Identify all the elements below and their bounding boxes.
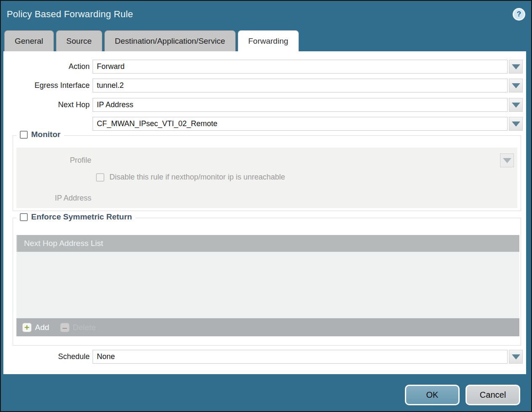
egress-interface-label: Egress Interface	[3, 79, 90, 92]
monitor-ip-address-label: IP Address	[16, 191, 91, 205]
schedule-dropdown-button[interactable]	[509, 350, 523, 364]
monitor-ip-address-row: IP Address	[16, 191, 517, 205]
next-hop-address-row: CF_MWAN_IPsec_VTI_02_Remote	[3, 117, 526, 131]
monitor-disabled-panel: Profile Disable this rule if nexthop/mon…	[16, 148, 517, 208]
next-hop-label: Next Hop	[3, 98, 90, 112]
next-hop-address-list-table: Next Hop Address List + Add – Delete	[16, 235, 519, 336]
monitor-section: Monitor Profile Disable this rule if nex…	[13, 135, 521, 211]
action-row: Action Forward	[3, 60, 526, 74]
schedule-row: Schedule None	[3, 350, 526, 364]
add-button-label: Add	[35, 323, 49, 332]
delete-button-label: Delete	[73, 323, 96, 332]
disable-rule-checkbox	[96, 173, 104, 182]
schedule-select[interactable]: None	[93, 350, 508, 364]
chevron-down-icon	[503, 158, 511, 163]
tab-forwarding[interactable]: Forwarding	[238, 30, 299, 51]
monitor-legend-label: Monitor	[31, 130, 61, 139]
policy-based-forwarding-dialog: Policy Based Forwarding Rule ? General S…	[0, 0, 532, 412]
minus-icon: –	[60, 323, 69, 332]
enforce-legend-label: Enforce Symmetric Return	[31, 212, 132, 222]
egress-interface-dropdown-button[interactable]	[509, 79, 523, 92]
disable-rule-label: Disable this rule if nexthop/monitor ip …	[109, 173, 285, 182]
add-button[interactable]: + Add	[22, 323, 49, 332]
profile-label: Profile	[16, 153, 91, 167]
enforce-symmetric-return-section: Enforce Symmetric Return Next Hop Addres…	[13, 218, 521, 346]
ok-button[interactable]: OK	[405, 385, 460, 405]
forwarding-tab-panel: Action Forward Egress Interface tunnel.2…	[3, 51, 526, 374]
chevron-down-icon	[512, 121, 520, 127]
tab-general[interactable]: General	[4, 30, 54, 51]
next-hop-type-select[interactable]: IP Address	[93, 98, 508, 112]
next-hop-dropdown-button[interactable]	[509, 98, 523, 112]
egress-interface-select[interactable]: tunnel.2	[93, 79, 508, 92]
disable-rule-row: Disable this rule if nexthop/monitor ip …	[96, 173, 285, 182]
monitor-checkbox[interactable]	[20, 131, 28, 139]
next-hop-address-list-body[interactable]	[16, 252, 519, 318]
cancel-button[interactable]: Cancel	[466, 385, 520, 405]
next-hop-address-list-toolbar: + Add – Delete	[16, 318, 519, 336]
tab-source[interactable]: Source	[56, 30, 102, 51]
chevron-down-icon	[512, 103, 520, 108]
next-hop-row: Next Hop IP Address	[3, 98, 526, 112]
action-label: Action	[3, 60, 90, 74]
chevron-down-icon	[512, 83, 520, 88]
egress-interface-row: Egress Interface tunnel.2	[3, 79, 526, 92]
help-icon[interactable]: ?	[513, 8, 525, 21]
tab-destination-application-service[interactable]: Destination/Application/Service	[104, 30, 236, 51]
chevron-down-icon	[512, 354, 520, 359]
schedule-label: Schedule	[3, 350, 90, 364]
plus-icon: +	[22, 323, 32, 332]
profile-row: Profile	[16, 153, 517, 167]
enforce-symmetric-return-checkbox[interactable]	[20, 213, 28, 221]
tab-bar: General Source Destination/Application/S…	[4, 30, 299, 51]
delete-button: – Delete	[60, 323, 96, 332]
profile-dropdown-button	[500, 153, 514, 167]
next-hop-address-select[interactable]: CF_MWAN_IPsec_VTI_02_Remote	[93, 117, 508, 131]
chevron-down-icon	[512, 64, 520, 69]
action-dropdown-button[interactable]	[509, 60, 523, 74]
enforce-legend: Enforce Symmetric Return	[16, 212, 136, 222]
next-hop-address-dropdown-button[interactable]	[509, 117, 523, 131]
monitor-legend: Monitor	[16, 130, 64, 139]
dialog-title: Policy Based Forwarding Rule	[7, 1, 133, 28]
action-select[interactable]: Forward	[93, 60, 508, 74]
next-hop-address-list-header: Next Hop Address List	[16, 235, 519, 252]
